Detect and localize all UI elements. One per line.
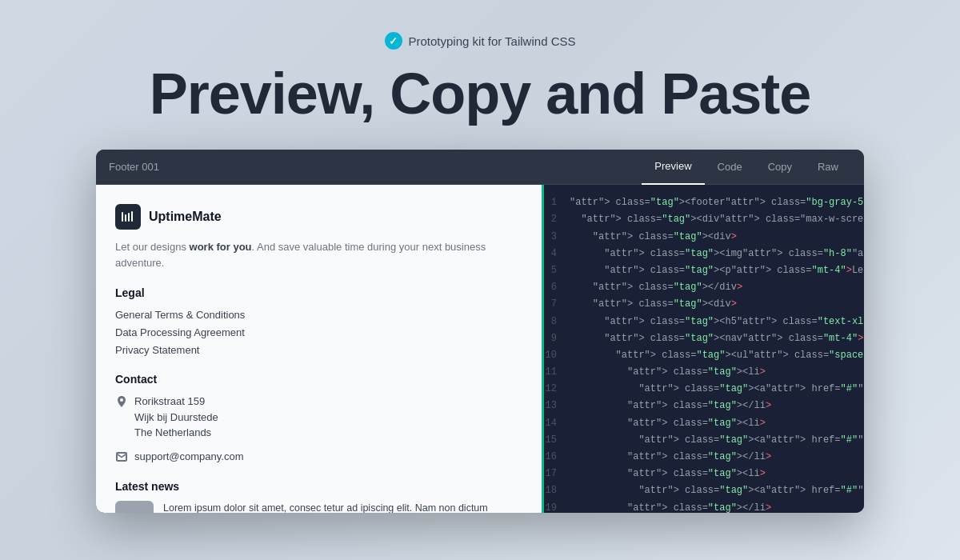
code-line: 12 "attr"> class="tag"><a"attr"> href="#… bbox=[544, 381, 864, 398]
svg-rect-3 bbox=[131, 211, 133, 222]
card-header: Footer 001 Preview Code Copy Raw bbox=[96, 150, 864, 185]
code-line: 8 "attr"> class="tag"><h5"attr"> class="… bbox=[544, 314, 864, 330]
code-line: 19 "attr"> class="tag"></li> bbox=[544, 500, 864, 514]
privacy-link[interactable]: Privacy Statement bbox=[115, 344, 200, 356]
code-line: 6 "attr"> class="tag"></div> bbox=[544, 279, 864, 296]
svg-rect-2 bbox=[128, 213, 130, 222]
svg-rect-0 bbox=[122, 212, 123, 222]
location-icon bbox=[115, 395, 128, 408]
code-line: 2 "attr"> class="tag"><div"attr"> class=… bbox=[544, 211, 864, 228]
hero-section: Prototyping kit for Tailwind CSS Preview… bbox=[0, 0, 960, 150]
legal-section: Legal General Terms & Conditions Data Pr… bbox=[115, 286, 522, 357]
svg-rect-1 bbox=[125, 214, 126, 222]
code-panel: 1"attr"> class="tag"><footer"attr"> clas… bbox=[544, 185, 864, 513]
brand-description: Let our designs work for you. And save v… bbox=[115, 239, 522, 270]
code-line: 16 "attr"> class="tag"></li> bbox=[544, 449, 864, 466]
badge-text: Prototyping kit for Tailwind CSS bbox=[409, 34, 576, 48]
code-line: 13 "attr"> class="tag"></li> bbox=[544, 398, 864, 414]
general-terms-link[interactable]: General Terms & Conditions bbox=[115, 309, 245, 321]
code-line: 1"attr"> class="tag"><footer"attr"> clas… bbox=[544, 194, 864, 211]
code-line: 10 "attr"> class="tag"><ul"attr"> class=… bbox=[544, 347, 864, 364]
address-text: Rorikstraat 159 Wijk bij Duurstede The N… bbox=[134, 394, 218, 441]
data-processing-link[interactable]: Data Processing Agreement bbox=[115, 326, 245, 338]
news-heading: Latest news bbox=[115, 480, 522, 493]
tab-copy[interactable]: Copy bbox=[755, 150, 805, 185]
badge: Prototyping kit for Tailwind CSS bbox=[385, 32, 576, 50]
news-thumbnail bbox=[115, 501, 154, 513]
code-line: 11 "attr"> class="tag"><li> bbox=[544, 364, 864, 381]
contact-heading: Contact bbox=[115, 373, 522, 386]
preview-panel: UptimeMate Let our designs work for you.… bbox=[96, 185, 544, 513]
brand-icon bbox=[115, 204, 141, 230]
brand-logo-icon bbox=[120, 209, 136, 225]
list-item: Privacy Statement bbox=[115, 342, 522, 357]
code-line: 14 "attr"> class="tag"><li> bbox=[544, 415, 864, 432]
brand-area: UptimeMate bbox=[115, 204, 522, 230]
contact-section: Contact Rorikstraat 159 Wijk bij Duurste… bbox=[115, 373, 522, 464]
news-content: Lorem ipsum dolor sit amet, consec tetur… bbox=[163, 501, 522, 513]
tab-bar: Preview Code Copy Raw bbox=[642, 150, 851, 185]
code-line: 4 "attr"> class="tag"><img"attr"> class=… bbox=[544, 246, 864, 262]
tab-raw[interactable]: Raw bbox=[805, 150, 851, 185]
legal-heading: Legal bbox=[115, 286, 522, 299]
code-line: 15 "attr"> class="tag"><a"attr"> href="#… bbox=[544, 432, 864, 449]
address-item: Rorikstraat 159 Wijk bij Duurstede The N… bbox=[115, 394, 522, 441]
code-line: 18 "attr"> class="tag"><a"attr"> href="#… bbox=[544, 482, 864, 499]
code-line: 3 "attr"> class="tag"><div> bbox=[544, 229, 864, 246]
legal-links: General Terms & Conditions Data Processi… bbox=[115, 307, 522, 357]
tab-preview[interactable]: Preview bbox=[642, 150, 704, 185]
list-item: Data Processing Agreement bbox=[115, 325, 522, 339]
check-icon bbox=[385, 32, 402, 50]
hero-title: Preview, Copy and Paste bbox=[0, 62, 960, 126]
news-description: Lorem ipsum dolor sit amet, consec tetur… bbox=[163, 501, 522, 513]
email-item: support@company.com bbox=[115, 449, 522, 465]
email-icon bbox=[115, 450, 128, 463]
tab-code[interactable]: Code bbox=[705, 150, 755, 185]
code-line: 17 "attr"> class="tag"><li> bbox=[544, 466, 864, 482]
code-line: 5 "attr"> class="tag"><p"attr"> class="m… bbox=[544, 262, 864, 279]
news-item: Lorem ipsum dolor sit amet, consec tetur… bbox=[115, 501, 522, 513]
brand-name: UptimeMate bbox=[149, 210, 222, 224]
code-line: 7 "attr"> class="tag"><div> bbox=[544, 296, 864, 313]
card-body: UptimeMate Let our designs work for you.… bbox=[96, 185, 864, 513]
code-scroll[interactable]: 1"attr"> class="tag"><footer"attr"> clas… bbox=[544, 185, 864, 513]
card-title: Footer 001 bbox=[109, 161, 642, 173]
email-text: support@company.com bbox=[134, 449, 244, 465]
component-card: Footer 001 Preview Code Copy Raw bbox=[96, 150, 864, 513]
code-line: 9 "attr"> class="tag"><nav"attr"> class=… bbox=[544, 330, 864, 347]
list-item: General Terms & Conditions bbox=[115, 307, 522, 322]
news-section: Latest news Lorem ipsum dolor sit amet, … bbox=[115, 480, 522, 513]
